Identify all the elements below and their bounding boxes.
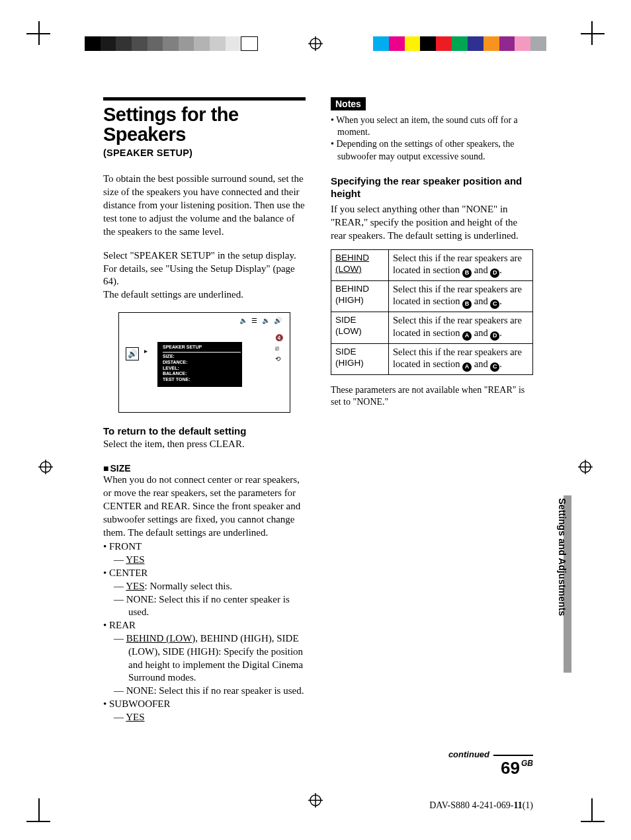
size-options-list: FRONT YES CENTER YES: Normally select th…	[103, 540, 306, 724]
list-item-front-yes: YES	[114, 554, 306, 567]
osd-menu-item: TEST TONE:	[163, 377, 241, 383]
list-item-rear: REAR BEHIND (LOW), BEHIND (HIGH), SIDE (…	[103, 619, 306, 698]
text-return-default: Select the item, then press CLEAR.	[103, 438, 306, 451]
list-item-rear-none: NONE: Select this if no rear speaker is …	[114, 685, 306, 698]
table-footnote: These parameters are not available when …	[331, 384, 533, 408]
osd-side-icons: 🔇⎚⟲	[275, 333, 283, 364]
table-row: SIDE (LOW)Select this if the rear speake…	[331, 312, 533, 343]
grayscale-bar	[85, 36, 258, 51]
text-spec-position: If you select anything other than "NONE"…	[331, 203, 533, 243]
option-cell: BEHIND (LOW)	[331, 249, 389, 280]
list-item-center: CENTER YES: Normally select this. NONE: …	[103, 567, 306, 619]
notes-badge: Notes	[331, 97, 366, 110]
note-item: Depending on the settings of other speak…	[331, 138, 533, 162]
content-columns: Settings for the Speakers (SPEAKER SETUP…	[103, 97, 533, 724]
heading-return-default: To return to the default setting	[103, 425, 306, 438]
note-item: When you select an item, the sound cuts …	[331, 114, 533, 138]
table-row: SIDE (HIGH)Select this if the rear speak…	[331, 343, 533, 374]
continued-label: continued	[448, 749, 533, 759]
crop-marks-bottom	[0, 794, 631, 810]
heading-spec-position: Specifying the rear speaker position and…	[331, 175, 533, 200]
page-number: 69GB	[448, 759, 533, 777]
list-item-center-yes: YES: Normally select this.	[114, 580, 306, 593]
position-table: BEHIND (LOW)Select this if the rear spea…	[331, 249, 533, 375]
page-subtitle: (SPEAKER SETUP)	[103, 147, 306, 158]
list-item-front: FRONT YES	[103, 540, 306, 567]
osd-figure: 🔈 ☰ 🔉 🔊 🔇⎚⟲ 🔊 ▸ SPEAKER SETUP SIZE: DIST…	[118, 312, 290, 413]
osd-menu-item: SIZE:	[163, 354, 241, 360]
color-bar	[373, 36, 546, 51]
page: Settings for the Speakers (SPEAKER SETUP…	[0, 0, 631, 840]
list-item-center-none: NONE: Select this if no center speaker i…	[114, 593, 306, 620]
osd-menu-box: SPEAKER SETUP SIZE: DISTANCE: LEVEL: BAL…	[157, 342, 242, 387]
intro-paragraph-2b: The default settings are underlined.	[103, 288, 306, 302]
option-cell: SIDE (HIGH)	[331, 343, 389, 374]
option-cell: SIDE (LOW)	[331, 312, 389, 343]
column-left: Settings for the Speakers (SPEAKER SETUP…	[103, 97, 306, 724]
registration-mark-top	[308, 36, 323, 51]
list-item-rear-options: BEHIND (LOW), BEHIND (HIGH), SIDE (LOW),…	[114, 632, 306, 685]
intro-paragraph-1: To obtain the best possible surround sou…	[103, 173, 306, 239]
description-cell: Select this if the rear speakers are loc…	[389, 280, 533, 312]
osd-arrow-icon: ▸	[144, 347, 147, 355]
notes-list: When you select an item, the sound cuts …	[331, 114, 533, 163]
intro-paragraph-2a: Select "SPEAKER SETUP" in the setup disp…	[103, 249, 306, 289]
page-title: Settings for the Speakers	[103, 105, 306, 145]
osd-menu-item: BALANCE:	[163, 371, 241, 377]
page-footer: continued 69GB	[448, 749, 533, 777]
table-row: BEHIND (LOW)Select this if the rear spea…	[331, 249, 533, 280]
list-item-subwoofer-yes: YES	[114, 711, 306, 724]
osd-menu-item: DISTANCE:	[163, 360, 241, 366]
text-size: When you do not connect center or rear s…	[103, 474, 306, 540]
table-row: BEHIND (HIGH)Select this if the rear spe…	[331, 280, 533, 312]
registration-mark-right	[578, 460, 593, 477]
registration-mark-left	[38, 460, 53, 477]
column-right: Notes When you select an item, the sound…	[331, 97, 533, 724]
osd-menu-item: LEVEL:	[163, 366, 241, 372]
section-tab: Settings and Adjustments	[549, 498, 564, 670]
list-item-subwoofer: SUBWOOFER YES	[103, 698, 306, 724]
osd-speaker-icon: 🔊	[126, 347, 139, 360]
description-cell: Select this if the rear speakers are loc…	[389, 312, 533, 343]
description-cell: Select this if the rear speakers are loc…	[389, 343, 533, 374]
option-cell: BEHIND (HIGH)	[331, 280, 389, 312]
title-rule	[103, 97, 306, 101]
section-tab-label: Settings and Adjustments	[557, 498, 568, 616]
description-cell: Select this if the rear speakers are loc…	[389, 249, 533, 280]
heading-size: SIZE	[103, 463, 306, 474]
osd-top-icons: 🔈 ☰ 🔉 🔊	[239, 317, 284, 324]
osd-menu-heading: SPEAKER SETUP	[163, 345, 241, 353]
